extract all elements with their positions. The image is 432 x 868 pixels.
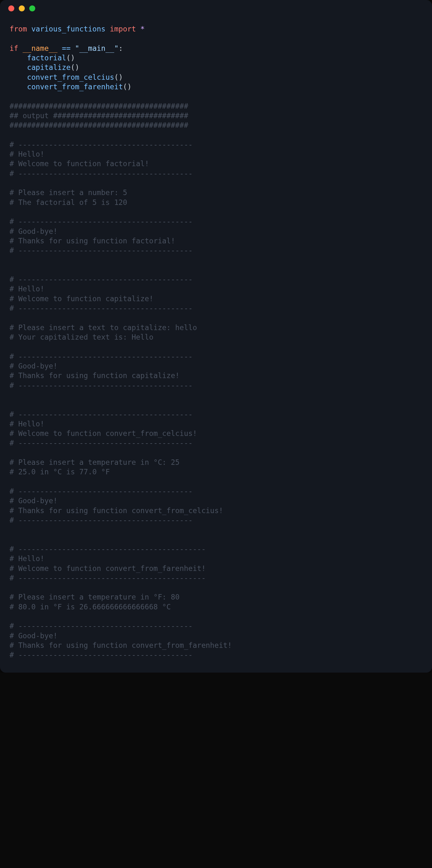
comment-line: # Please insert a text to capitalize: he… bbox=[9, 323, 197, 332]
comment-line: # 80.0 in °F is 26.666666666666668 °C bbox=[9, 603, 171, 611]
comment-line: # Welcome to function factorial! bbox=[9, 159, 149, 168]
string-main: "__main__" bbox=[75, 44, 119, 53]
operator-eq: == bbox=[62, 44, 70, 53]
close-icon[interactable] bbox=[8, 5, 14, 11]
comment-line: # 25.0 in °C is 77.0 °F bbox=[9, 468, 110, 476]
comment-line: # Welcome to function convert_from_celci… bbox=[9, 429, 197, 437]
comment-line: # --------------------------------------… bbox=[9, 410, 192, 418]
call-convert-farenheit: convert_from_farenheit bbox=[27, 83, 123, 91]
colon: : bbox=[119, 44, 123, 53]
comment-line: # --------------------------------------… bbox=[9, 487, 192, 495]
comment-line: # Hello! bbox=[9, 420, 44, 428]
code-window: from various_functions import * if __nam… bbox=[0, 0, 432, 673]
comment-line: # Good-bye! bbox=[9, 497, 58, 505]
parens: () bbox=[70, 63, 79, 71]
comment-line: # --------------------------------------… bbox=[9, 217, 192, 225]
comment-line: # --------------------------------------… bbox=[9, 651, 192, 659]
comment-line: # Thanks for using function factorial! bbox=[9, 237, 175, 245]
comment-line: # Good-bye! bbox=[9, 362, 58, 370]
comment-line: ## output ##############################… bbox=[9, 112, 188, 120]
comment-line: # --------------------------------------… bbox=[9, 381, 192, 390]
comment-line: # Hello! bbox=[9, 150, 44, 158]
comment-line: # --------------------------------------… bbox=[9, 574, 206, 582]
import-star: * bbox=[141, 25, 145, 33]
code-content: from various_functions import * if __nam… bbox=[0, 17, 432, 673]
comment-line: # --------------------------------------… bbox=[9, 169, 192, 178]
comment-line: # --------------------------------------… bbox=[9, 246, 192, 254]
comment-line: ########################################… bbox=[9, 102, 188, 110]
comment-line: # --------------------------------------… bbox=[9, 304, 192, 312]
comment-line: # Hello! bbox=[9, 285, 44, 293]
comment-line: # The factorial of 5 is 120 bbox=[9, 198, 127, 207]
keyword-import: import bbox=[110, 25, 136, 33]
comment-line: # --------------------------------------… bbox=[9, 545, 206, 553]
comment-line: # --------------------------------------… bbox=[9, 275, 192, 283]
comment-line: # Hello! bbox=[9, 554, 44, 563]
comment-line: # --------------------------------------… bbox=[9, 439, 192, 447]
comment-line: # Your capitalized text is: Hello bbox=[9, 333, 153, 341]
comment-line: # Welcome to function convert_from_faren… bbox=[9, 564, 206, 572]
comment-line: # Please insert a number: 5 bbox=[9, 188, 127, 197]
comment-line: # --------------------------------------… bbox=[9, 516, 192, 524]
comment-line: # Please insert a temperature in °C: 25 bbox=[9, 458, 180, 466]
parens: () bbox=[123, 83, 131, 91]
comment-line: # --------------------------------------… bbox=[9, 141, 192, 149]
dunder-name: __name__ bbox=[23, 44, 58, 53]
parens: () bbox=[66, 54, 75, 62]
maximize-icon[interactable] bbox=[29, 5, 35, 11]
comment-line: # Good-bye! bbox=[9, 631, 58, 640]
comment-line: # Thanks for using function capitalize! bbox=[9, 371, 180, 380]
keyword-if: if bbox=[9, 44, 18, 53]
comment-line: # Thanks for using function convert_from… bbox=[9, 506, 223, 515]
call-convert-celcius: convert_from_celcius bbox=[27, 73, 114, 81]
call-capitalize: capitalize bbox=[27, 63, 70, 71]
call-factorial: factorial bbox=[27, 54, 66, 62]
comment-line: # Please insert a temperature in °F: 80 bbox=[9, 593, 180, 601]
minimize-icon[interactable] bbox=[19, 5, 25, 11]
comment-line: # --------------------------------------… bbox=[9, 622, 192, 630]
module-name: various_functions bbox=[31, 25, 105, 33]
comment-line: # Thanks for using function convert_from… bbox=[9, 641, 232, 649]
comment-line: # Good-bye! bbox=[9, 227, 58, 236]
keyword-from: from bbox=[9, 25, 27, 33]
comment-line: # --------------------------------------… bbox=[9, 352, 192, 361]
comment-line: # Welcome to function capitalize! bbox=[9, 294, 153, 303]
titlebar bbox=[0, 0, 432, 17]
parens: () bbox=[114, 73, 123, 81]
comment-line: ########################################… bbox=[9, 121, 188, 129]
